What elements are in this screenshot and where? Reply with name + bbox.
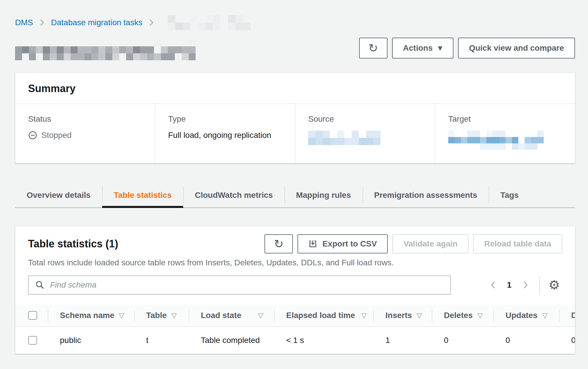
table-statistics-actions: ↻ Export to CSV Validate again bbox=[264, 234, 562, 253]
field-label: Type bbox=[168, 114, 282, 124]
table-statistics-card: Table statistics (1) ↻ Export to CSV bbox=[15, 226, 575, 354]
cell-schema-name: public bbox=[48, 336, 134, 345]
table-row: public t Table completed < 1 s 1 0 0 0 bbox=[15, 327, 575, 354]
next-page-button[interactable] bbox=[518, 277, 533, 293]
caret-down-icon: ▼ bbox=[438, 45, 442, 52]
schema-search-box bbox=[28, 275, 451, 295]
summary-field-target: Target bbox=[435, 104, 575, 163]
current-page-number[interactable]: 1 bbox=[501, 280, 518, 290]
cell-deletes: 0 bbox=[432, 336, 493, 345]
export-label: Export to CSV bbox=[322, 239, 377, 249]
column-header-schema-name[interactable]: Schema name ▽ bbox=[48, 304, 134, 326]
cell-load-state: Table completed bbox=[189, 336, 274, 345]
sort-icon[interactable]: ▽ bbox=[361, 311, 367, 319]
column-header-updates[interactable]: Updates ▽ bbox=[493, 304, 559, 326]
export-to-csv-button[interactable]: Export to CSV bbox=[297, 234, 388, 253]
gear-icon[interactable]: ⚙ bbox=[546, 279, 562, 291]
refresh-table-button[interactable]: ↻ bbox=[264, 234, 293, 253]
tab-premigration-assessments[interactable]: Premigration assessments bbox=[363, 183, 489, 207]
breadcrumb-link-tasks[interactable]: Database migration tasks bbox=[51, 18, 142, 27]
sort-icon[interactable]: ▽ bbox=[258, 311, 263, 319]
table-statistics-title: Table statistics (1) bbox=[28, 238, 118, 250]
table-toolbar: 1 ⚙ bbox=[15, 267, 575, 295]
validate-label: Validate again bbox=[403, 239, 457, 249]
sort-icon[interactable]: ▽ bbox=[119, 311, 124, 319]
chevron-right-icon bbox=[39, 18, 45, 27]
column-header-load-state[interactable]: Load state ▽ bbox=[189, 304, 274, 326]
validate-again-button[interactable]: Validate again bbox=[392, 234, 468, 253]
page-header: ↻ Actions ▼ Quick view and compare bbox=[15, 38, 575, 60]
stopped-minus-circle-icon bbox=[28, 131, 37, 140]
tab-table-statistics[interactable]: Table statistics bbox=[102, 183, 183, 207]
pagination: 1 ⚙ bbox=[486, 276, 562, 294]
type-value: Full load, ongoing replication bbox=[168, 131, 282, 140]
sort-icon[interactable]: ▽ bbox=[417, 311, 422, 319]
actions-label: Actions bbox=[403, 43, 433, 53]
cell-inserts: 1 bbox=[373, 336, 432, 345]
dms-task-page: DMS Database migration tasks ↻ Actions ▼… bbox=[0, 0, 588, 354]
sort-icon[interactable]: ▽ bbox=[477, 311, 483, 319]
reload-table-data-button[interactable]: Reload table data bbox=[473, 234, 562, 253]
reload-label: Reload table data bbox=[484, 239, 551, 249]
breadcrumb-current-redacted bbox=[160, 15, 251, 30]
quick-view-label: Quick view and compare bbox=[469, 43, 564, 53]
column-header-ddls[interactable]: DDLs ▽ bbox=[559, 304, 575, 326]
breadcrumb-link-dms[interactable]: DMS bbox=[15, 18, 33, 27]
cell-ddls: 0 bbox=[559, 336, 575, 345]
field-label: Status bbox=[28, 114, 142, 124]
sort-icon[interactable]: ▽ bbox=[171, 311, 177, 319]
status-value: Stopped bbox=[41, 131, 71, 140]
row-checkbox[interactable] bbox=[28, 336, 37, 345]
refresh-icon: ↻ bbox=[368, 42, 378, 54]
refresh-icon: ↻ bbox=[274, 238, 284, 250]
sort-icon[interactable]: ▽ bbox=[542, 311, 547, 319]
summary-title: Summary bbox=[28, 83, 562, 95]
refresh-button[interactable]: ↻ bbox=[359, 38, 387, 59]
quick-view-compare-button[interactable]: Quick view and compare bbox=[458, 38, 575, 59]
task-tabs: Overview details Table statistics CloudW… bbox=[15, 183, 575, 208]
target-endpoint-link-redacted[interactable] bbox=[448, 131, 544, 150]
column-header-elapsed-load-time[interactable]: Elapsed load time ▽ bbox=[274, 304, 373, 326]
chevron-right-icon bbox=[148, 18, 155, 27]
previous-page-button[interactable] bbox=[486, 277, 501, 293]
summary-field-type: Type Full load, ongoing replication bbox=[155, 104, 295, 163]
summary-field-status: Status Stopped bbox=[15, 104, 155, 163]
statistics-table: Schema name ▽ Table ▽ Load state ▽ Elaps… bbox=[15, 304, 575, 354]
pagination-divider bbox=[539, 276, 540, 294]
column-header-inserts[interactable]: Inserts ▽ bbox=[373, 304, 432, 326]
cell-elapsed-load-time: < 1 s bbox=[274, 336, 373, 345]
table-header-row: Schema name ▽ Table ▽ Load state ▽ Elaps… bbox=[15, 304, 575, 327]
tab-overview-details[interactable]: Overview details bbox=[15, 183, 102, 207]
tab-mapping-rules[interactable]: Mapping rules bbox=[284, 183, 363, 207]
field-label: Target bbox=[448, 114, 562, 124]
page-title-redacted bbox=[15, 39, 196, 60]
tab-cloudwatch-metrics[interactable]: CloudWatch metrics bbox=[183, 183, 284, 207]
column-header-table[interactable]: Table ▽ bbox=[134, 304, 189, 326]
find-schema-input[interactable] bbox=[50, 280, 444, 290]
actions-dropdown-button[interactable]: Actions ▼ bbox=[392, 38, 453, 59]
summary-field-source: Source bbox=[295, 104, 435, 163]
select-all-checkbox[interactable] bbox=[28, 311, 37, 320]
table-statistics-description: Total rows include loaded source table r… bbox=[15, 253, 575, 267]
search-icon bbox=[35, 280, 45, 290]
column-header-deletes[interactable]: Deletes ▽ bbox=[432, 304, 493, 326]
source-endpoint-link-redacted[interactable] bbox=[308, 131, 381, 145]
breadcrumb: DMS Database migration tasks bbox=[15, 15, 575, 30]
summary-card: Summary Status Stopped Type Full load, bbox=[15, 72, 575, 163]
cell-updates: 0 bbox=[493, 336, 559, 345]
field-label: Source bbox=[308, 114, 422, 124]
header-actions: ↻ Actions ▼ Quick view and compare bbox=[359, 38, 575, 59]
download-icon bbox=[308, 240, 317, 248]
tab-tags[interactable]: Tags bbox=[489, 183, 530, 207]
summary-fields: Status Stopped Type Full load, ongoing r… bbox=[15, 103, 575, 163]
cell-table: t bbox=[134, 336, 189, 345]
